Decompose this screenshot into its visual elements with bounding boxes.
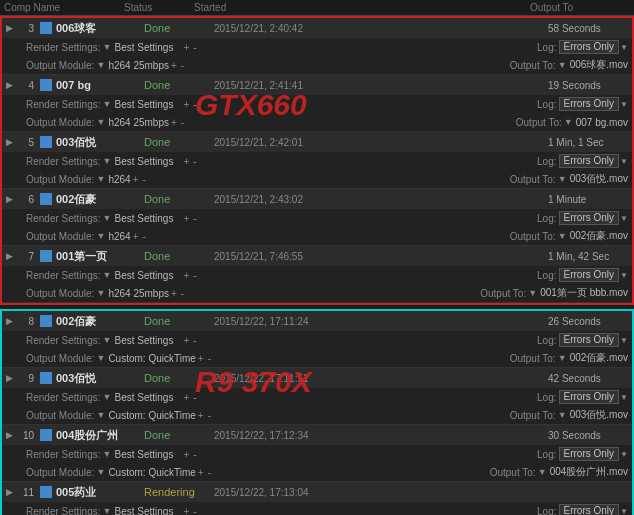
comp-name-10: 004股份广州 <box>56 428 136 443</box>
timestamp-7: 2015/12/21, 7:46:55 <box>214 251 334 262</box>
settings-row-3a: Render Settings: ▼ Best Settings + - Log… <box>2 38 632 56</box>
ot-label-3: Output To: <box>510 60 556 71</box>
status-10: Done <box>144 429 214 441</box>
rs-label-3: Render Settings: <box>26 42 101 53</box>
comp-name-5: 003佰悦 <box>56 135 136 150</box>
color-box-4 <box>40 79 52 91</box>
item-row-6[interactable]: ▶ 6 002佰豪 Done 2015/12/21, 2:43:02 1 Min… <box>2 189 632 209</box>
log-value-9[interactable]: Errors Only <box>559 390 620 404</box>
om-label-3: Output Module: <box>26 60 94 71</box>
duration-9: 42 Seconds <box>548 373 628 384</box>
settings-row-8a: Render Settings: ▼ Best Settings + - Log… <box>2 331 632 349</box>
col-started: Started <box>194 2 314 13</box>
item-row-7[interactable]: ▶ 7 001第一页 Done 2015/12/21, 7:46:55 1 Mi… <box>2 246 632 266</box>
settings-row-6a: Render Settings: ▼ Best Settings + - Log… <box>2 209 632 227</box>
timestamp-4: 2015/12/21, 2:41:41 <box>214 80 334 91</box>
settings-row-6b: Output Module: ▼ h264 + - Output To: ▼ 0… <box>2 227 632 245</box>
status-8: Done <box>144 315 214 327</box>
comp-name-9: 003佰悦 <box>56 371 136 386</box>
ot-value-3[interactable]: 006球赛.mov <box>570 58 628 72</box>
om-value-3[interactable]: h264 25mbps <box>108 60 169 71</box>
render-item-8: ▶ 8 002佰豪 Done 2015/12/22, 17:11:24 26 S… <box>2 311 632 368</box>
status-7: Done <box>144 250 214 262</box>
row-num-4: 4 <box>18 80 34 91</box>
status-11: Rendering <box>144 486 214 498</box>
item-row-10[interactable]: ▶ 10 004股份广州 Done 2015/12/22, 17:12:34 3… <box>2 425 632 445</box>
settings-row-4b: Output Module: ▼ h264 25mbps + - Output … <box>2 113 632 131</box>
render-item-7: ▶ 7 001第一页 Done 2015/12/21, 7:46:55 1 Mi… <box>2 246 632 303</box>
settings-row-8b: Output Module: ▼ Custom: QuickTime + - O… <box>2 349 632 367</box>
timestamp-5: 2015/12/21, 2:42:01 <box>214 137 334 148</box>
render-item-11: ▶ 11 005药业 Rendering 2015/12/22, 17:13:0… <box>2 482 632 515</box>
render-item-3: ▶ 3 006球客 Done 2015/12/21, 2:40:42 58 Se… <box>2 18 632 75</box>
item-row-11[interactable]: ▶ 11 005药业 Rendering 2015/12/22, 17:13:0… <box>2 482 632 502</box>
color-box-3 <box>40 22 52 34</box>
rs-value-3[interactable]: Best Settings <box>115 42 174 53</box>
duration-10: 30 Seconds <box>548 430 628 441</box>
gtx-section: ▶ 3 006球客 Done 2015/12/21, 2:40:42 58 Se… <box>0 16 634 305</box>
settings-row-9a: Render Settings: ▼ Best Settings + - Log… <box>2 388 632 406</box>
render-item-4: ▶ 4 007 bg Done 2015/12/21, 2:41:41 19 S… <box>2 75 632 132</box>
log-value-10[interactable]: Errors Only <box>559 447 620 461</box>
duration-8: 26 Seconds <box>548 316 628 327</box>
toggle-arrow-3[interactable]: ▶ <box>6 23 16 33</box>
item-row-8[interactable]: ▶ 8 002佰豪 Done 2015/12/22, 17:11:24 26 S… <box>2 311 632 331</box>
column-headers: Comp Name Status Started Output To <box>0 0 634 16</box>
status-3: Done <box>144 22 214 34</box>
render-queue: Comp Name Status Started Output To ▶ 3 0… <box>0 0 634 515</box>
settings-row-3b: Output Module: ▼ h264 25mbps + - Output … <box>2 56 632 74</box>
settings-row-10a: Render Settings: ▼ Best Settings + - Log… <box>2 445 632 463</box>
settings-row-5b: Output Module: ▼ h264 + - Output To: ▼ 0… <box>2 170 632 188</box>
ot-value-4[interactable]: 007 bg.mov <box>576 117 628 128</box>
log-value-5[interactable]: Errors Only <box>559 154 620 168</box>
timestamp-10: 2015/12/22, 17:12:34 <box>214 430 334 441</box>
col-output: Output To <box>530 2 630 13</box>
render-item-9: ▶ 9 003佰悦 Done 2015/12/22, 17:11:51 42 S… <box>2 368 632 425</box>
rs-arrow-3[interactable]: ▼ <box>103 42 113 52</box>
log-value-8[interactable]: Errors Only <box>559 333 620 347</box>
om-value-4[interactable]: h264 25mbps <box>108 117 169 128</box>
log-value-3[interactable]: Errors Only <box>559 40 620 54</box>
toggle-arrow-4[interactable]: ▶ <box>6 80 16 90</box>
om-arrow-3[interactable]: ▼ <box>96 60 106 70</box>
rs-value-4[interactable]: Best Settings <box>115 99 174 110</box>
status-9: Done <box>144 372 214 384</box>
duration-6: 1 Minute <box>548 194 628 205</box>
timestamp-6: 2015/12/21, 2:43:02 <box>214 194 334 205</box>
render-item-10: ▶ 10 004股份广州 Done 2015/12/22, 17:12:34 3… <box>2 425 632 482</box>
status-5: Done <box>144 136 214 148</box>
duration-3: 58 Seconds <box>548 23 628 34</box>
log-value-7[interactable]: Errors Only <box>559 268 620 282</box>
row-num-3: 3 <box>18 23 34 34</box>
item-row-9[interactable]: ▶ 9 003佰悦 Done 2015/12/22, 17:11:51 42 S… <box>2 368 632 388</box>
render-item-6: ▶ 6 002佰豪 Done 2015/12/21, 2:43:02 1 Min… <box>2 189 632 246</box>
col-comp: Comp Name <box>4 2 124 13</box>
timestamp-11: 2015/12/22, 17:13:04 <box>214 487 334 498</box>
settings-row-4a: Render Settings: ▼ Best Settings + - Log… <box>2 95 632 113</box>
settings-row-9b: Output Module: ▼ Custom: QuickTime + - O… <box>2 406 632 424</box>
col-status: Status <box>124 2 194 13</box>
settings-row-11a: Render Settings: ▼ Best Settings + - Log… <box>2 502 632 515</box>
status-4: Done <box>144 79 214 91</box>
item-row-3[interactable]: ▶ 3 006球客 Done 2015/12/21, 2:40:42 58 Se… <box>2 18 632 38</box>
settings-row-7a: Render Settings: ▼ Best Settings + - Log… <box>2 266 632 284</box>
duration-5: 1 Min, 1 Sec <box>548 137 628 148</box>
comp-name-8: 002佰豪 <box>56 314 136 329</box>
log-label-3: Log: <box>537 42 556 53</box>
log-value-4[interactable]: Errors Only <box>559 97 620 111</box>
comp-name-6: 002佰豪 <box>56 192 136 207</box>
comp-name-3: 006球客 <box>56 21 136 36</box>
settings-row-7b: Output Module: ▼ h264 25mbps + - Output … <box>2 284 632 302</box>
log-value-11[interactable]: Errors Only <box>559 504 620 515</box>
duration-7: 1 Min, 42 Sec <box>548 251 628 262</box>
item-row-5[interactable]: ▶ 5 003佰悦 Done 2015/12/21, 2:42:01 1 Min… <box>2 132 632 152</box>
render-item-5: ▶ 5 003佰悦 Done 2015/12/21, 2:42:01 1 Min… <box>2 132 632 189</box>
log-value-6[interactable]: Errors Only <box>559 211 620 225</box>
comp-name-11: 005药业 <box>56 485 136 500</box>
timestamp-3: 2015/12/21, 2:40:42 <box>214 23 334 34</box>
r9-section: ▶ 8 002佰豪 Done 2015/12/22, 17:11:24 26 S… <box>0 309 634 515</box>
status-6: Done <box>144 193 214 205</box>
comp-name-4: 007 bg <box>56 79 136 91</box>
item-row-4[interactable]: ▶ 4 007 bg Done 2015/12/21, 2:41:41 19 S… <box>2 75 632 95</box>
settings-row-10b: Output Module: ▼ Custom: QuickTime + - O… <box>2 463 632 481</box>
